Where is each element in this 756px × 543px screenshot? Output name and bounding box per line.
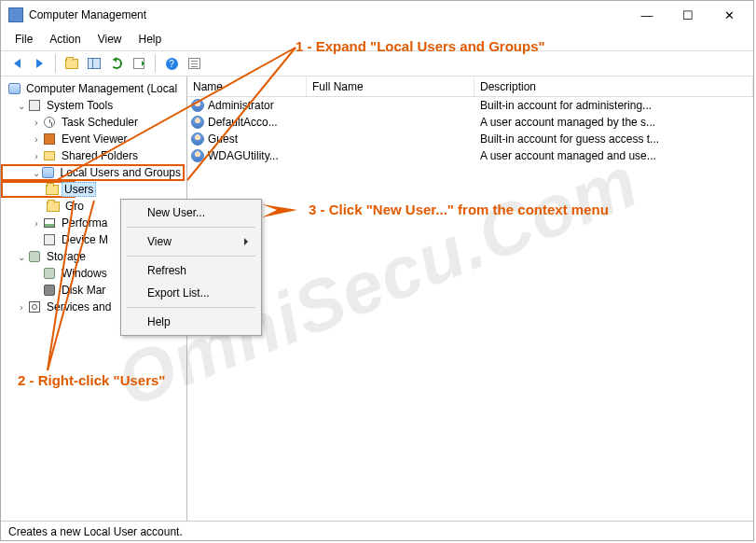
maximize-button[interactable]: ☐ [667, 2, 708, 28]
expander-icon[interactable]: › [31, 134, 42, 145]
tree-root[interactable]: Computer Management (Local [3, 80, 185, 97]
perf-icon [44, 218, 55, 228]
column-header-name[interactable]: Name [187, 77, 307, 96]
list-row[interactable]: DefaultAcco... A user account managed by… [187, 114, 753, 131]
context-menu: New User... View Refresh Export List... … [120, 199, 262, 336]
statusbar-text: Creates a new Local User account. [8, 525, 183, 538]
export-list-button[interactable] [129, 53, 149, 74]
column-header-fullname[interactable]: Full Name [307, 77, 474, 96]
folder-icon [46, 185, 59, 195]
expander-icon[interactable]: › [16, 302, 27, 313]
gear-icon [29, 301, 40, 313]
tree-event-viewer[interactable]: › Event Viewer [3, 131, 185, 147]
minimize-button[interactable]: — [626, 2, 667, 28]
tree-task-scheduler[interactable]: › Task Scheduler [3, 114, 185, 131]
titlebar: Computer Management — ☐ ✕ [1, 1, 753, 29]
user-icon [191, 116, 204, 129]
up-folder-button[interactable] [62, 53, 82, 74]
context-menu-separator [127, 307, 255, 308]
context-menu-separator [127, 256, 255, 257]
menu-file[interactable]: File [8, 31, 39, 48]
disk-icon [44, 285, 55, 296]
refresh-button[interactable] [106, 53, 127, 74]
content-area: Computer Management (Local ⌄ System Tool… [1, 77, 753, 521]
statusbar: Creates a new Local User account. [1, 521, 753, 541]
share-icon [44, 151, 55, 160]
list-pane[interactable]: Name Full Name Description Administrator… [187, 77, 753, 521]
storage-icon [29, 251, 40, 262]
context-menu-help[interactable]: Help [123, 311, 259, 333]
toolbar-separator [155, 54, 156, 73]
user-icon [191, 149, 204, 162]
users-groups-icon [42, 167, 54, 178]
forward-button[interactable] [29, 53, 49, 74]
properties-button[interactable] [184, 53, 204, 74]
tools-icon [29, 100, 40, 111]
expander-icon[interactable]: › [31, 118, 42, 128]
close-button[interactable]: ✕ [708, 2, 749, 28]
help-button[interactable]: ? [161, 53, 182, 74]
list-row[interactable]: WDAGUtility... A user account managed an… [187, 147, 753, 164]
device-icon [44, 234, 55, 245]
list-header: Name Full Name Description [187, 77, 753, 97]
context-menu-view[interactable]: View [123, 230, 259, 253]
app-icon [8, 7, 23, 22]
tree-system-tools-label: System Tools [45, 99, 115, 112]
folder-up-icon [65, 59, 78, 69]
refresh-icon [111, 58, 122, 69]
user-icon [191, 132, 204, 146]
backup-icon [44, 268, 55, 279]
user-icon [191, 99, 204, 112]
folder-icon [47, 202, 60, 212]
mmc-icon [8, 83, 21, 94]
toolbar-separator [55, 54, 56, 73]
back-button[interactable] [7, 53, 27, 74]
expander-icon[interactable]: › [31, 151, 42, 161]
context-menu-refresh[interactable]: Refresh [123, 259, 259, 282]
column-header-description[interactable]: Description [474, 77, 753, 96]
pane-icon [88, 58, 101, 69]
window-title: Computer Management [29, 8, 146, 21]
menubar: File Action View Help [1, 29, 753, 50]
menu-action[interactable]: Action [43, 31, 87, 48]
expander-icon[interactable]: › [31, 218, 42, 229]
tree-system-tools[interactable]: ⌄ System Tools [3, 97, 185, 114]
menu-help[interactable]: Help [132, 31, 169, 48]
list-row[interactable]: Guest Built-in account for guess access … [187, 131, 753, 147]
export-icon [133, 58, 144, 69]
context-menu-separator [127, 227, 255, 228]
arrow-left-icon [14, 59, 21, 68]
show-tree-button[interactable] [84, 53, 104, 74]
tree-local-users-groups[interactable]: ⌄ Local Users and Groups [1, 164, 185, 181]
toolbar: ? [1, 50, 753, 77]
book-icon [44, 133, 55, 145]
arrow-right-icon [36, 59, 43, 68]
expander-icon[interactable]: ⌄ [16, 101, 27, 111]
help-icon: ? [166, 58, 178, 70]
context-menu-new-user[interactable]: New User... [123, 202, 259, 224]
computer-management-window: Computer Management — ☐ ✕ File Action Vi… [0, 0, 754, 541]
list-row[interactable]: Administrator Built-in account for admin… [187, 97, 753, 114]
tree-users-node[interactable]: Users [1, 181, 76, 198]
clock-icon [44, 117, 55, 128]
tree-shared-folders[interactable]: › Shared Folders [3, 147, 185, 164]
menu-view[interactable]: View [91, 31, 129, 48]
expander-icon[interactable]: ⌄ [31, 168, 41, 178]
properties-icon [188, 58, 200, 69]
context-menu-export-list[interactable]: Export List... [123, 282, 259, 304]
expander-icon[interactable]: ⌄ [16, 252, 27, 262]
tree-root-label: Computer Management (Local [24, 82, 179, 95]
